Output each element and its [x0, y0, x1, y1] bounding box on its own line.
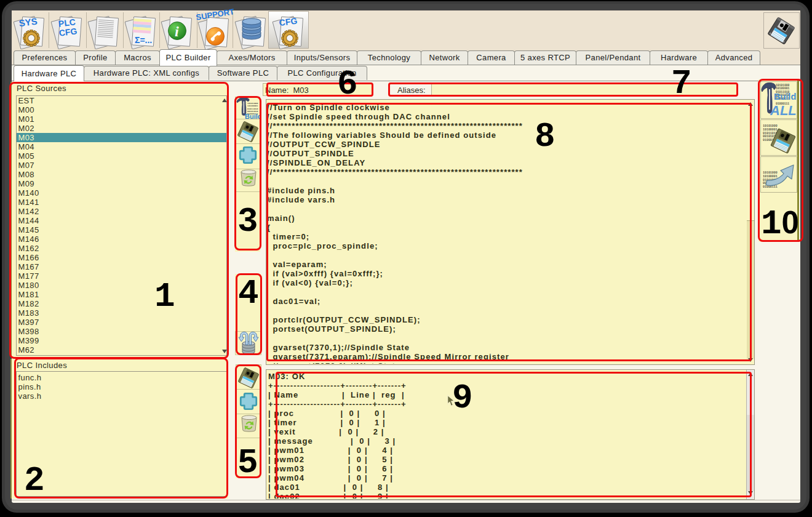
svg-text:i: i	[175, 23, 179, 39]
svg-text:Σ=...: Σ=...	[135, 35, 152, 45]
svg-text:SYS: SYS	[18, 16, 38, 29]
